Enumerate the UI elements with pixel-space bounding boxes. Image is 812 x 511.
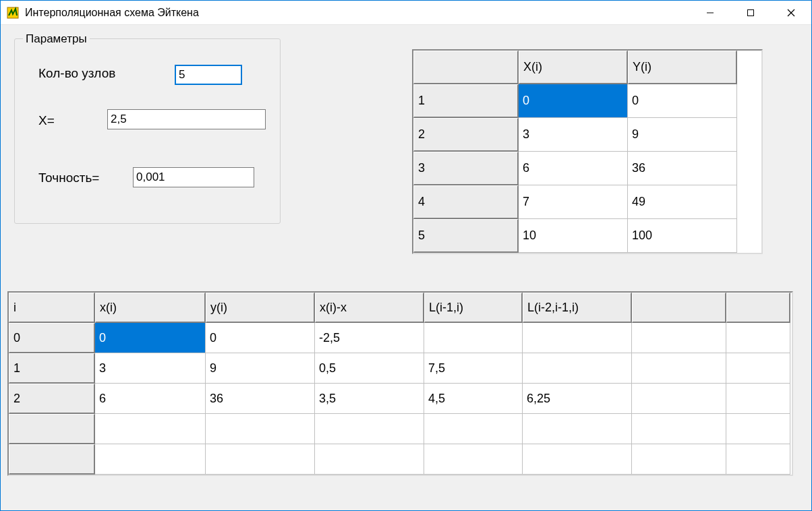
calc-grid-cell[interactable]: 36 (206, 384, 315, 414)
calc-grid-cell[interactable]: 0,5 (315, 353, 424, 384)
calc-grid-cell[interactable] (315, 444, 424, 475)
calc-grid-cell[interactable] (726, 414, 790, 444)
calc-grid-cell[interactable] (424, 444, 523, 475)
calc-grid-cell[interactable]: 9 (206, 353, 315, 384)
calc-grid-rowhead: 1 (9, 353, 95, 384)
params-title: Параметры (23, 32, 90, 46)
calc-grid-cell[interactable] (523, 444, 632, 475)
calc-grid-cell[interactable]: 7,5 (424, 353, 523, 384)
window-controls (690, 1, 811, 24)
nodes-grid-cell[interactable]: 49 (628, 185, 737, 219)
calc-grid-rowhead: 2 (9, 384, 95, 414)
calc-grid-cell[interactable] (726, 444, 790, 475)
nodes-grid-cell[interactable]: 10 (519, 219, 628, 253)
nodes-grid[interactable]: X(i) Y(i) 1 0 0 2 3 9 3 6 36 4 7 49 (412, 49, 763, 254)
calc-grid-cell[interactable]: 0 (206, 323, 315, 353)
calc-grid-cell[interactable] (523, 323, 632, 353)
nodes-grid-rowhead: 5 (413, 219, 519, 253)
calc-grid-header: L(i-2,i-1,i) (523, 293, 632, 323)
nodes-grid-cell[interactable]: 100 (628, 219, 737, 253)
calc-grid-cell[interactable] (632, 323, 726, 353)
calc-grid-rowhead: 0 (9, 323, 95, 353)
titlebar: Интерполяционная схема Эйткена (1, 1, 811, 25)
calc-grid-header: x(i) (95, 293, 206, 323)
calc-grid-cell[interactable]: 4,5 (424, 384, 523, 414)
nodes-grid-rowhead: 4 (413, 185, 519, 219)
x-input[interactable] (107, 109, 266, 129)
nodes-grid-header (413, 51, 519, 84)
calc-grid-cell[interactable] (726, 323, 790, 353)
calc-grid-cell[interactable] (523, 414, 632, 444)
calc-grid-header (726, 293, 790, 323)
calc-grid-cell[interactable] (632, 444, 726, 475)
calc-grid-cell[interactable]: -2,5 (315, 323, 424, 353)
calc-grid-cell[interactable]: 6,25 (523, 384, 632, 414)
calc-grid-header: x(i)-x (315, 293, 424, 323)
params-groupbox: Параметры Кол-во узлов X= Точность= (14, 38, 281, 224)
calc-grid-header: y(i) (206, 293, 315, 323)
precision-input[interactable] (133, 167, 254, 187)
nodes-label: Кол-во узлов (38, 66, 115, 81)
nodes-grid-cell[interactable]: 9 (628, 118, 737, 152)
svg-rect-2 (748, 10, 754, 16)
calc-grid-rowhead (9, 444, 95, 475)
nodes-input[interactable] (175, 65, 242, 85)
nodes-grid-cell[interactable]: 0 (519, 84, 628, 118)
calc-grid-cell[interactable] (726, 353, 790, 384)
calc-grid-cell[interactable] (632, 353, 726, 384)
calc-grid-cell[interactable] (95, 414, 206, 444)
calc-grid-cell[interactable]: 6 (95, 384, 206, 414)
calc-grid-cell[interactable] (424, 323, 523, 353)
nodes-grid-cell[interactable]: 6 (519, 152, 628, 185)
calc-grid-cell[interactable] (206, 414, 315, 444)
calc-grid-cell[interactable]: 3 (95, 353, 206, 384)
nodes-grid-header: Y(i) (628, 51, 737, 84)
x-label: X= (38, 113, 55, 128)
app-window: Интерполяционная схема Эйткена Параметры… (0, 0, 812, 511)
app-icon (5, 5, 21, 21)
client-area: Параметры Кол-во узлов X= Точность= X(i)… (1, 25, 811, 510)
calc-grid-cell[interactable] (95, 444, 206, 475)
calc-grid-cell[interactable] (424, 414, 523, 444)
nodes-grid-rowhead: 1 (413, 84, 519, 118)
calc-grid-cell[interactable] (315, 414, 424, 444)
calc-grid-header (632, 293, 726, 323)
calc-grid-cell[interactable]: 3,5 (315, 384, 424, 414)
calc-grid-cell[interactable]: 0 (95, 323, 206, 353)
precision-label: Точность= (38, 171, 99, 185)
nodes-grid-rowhead: 3 (413, 152, 519, 185)
calc-grid-header: L(i-1,i) (424, 293, 523, 323)
calc-grid-cell[interactable] (632, 384, 726, 414)
maximize-button[interactable] (730, 1, 771, 25)
nodes-grid-rowhead: 2 (413, 118, 519, 152)
calc-grid-cell[interactable] (726, 384, 790, 414)
calc-grid-cell[interactable] (206, 444, 315, 475)
nodes-grid-header: X(i) (519, 51, 628, 84)
nodes-grid-cell[interactable]: 7 (519, 185, 628, 219)
minimize-button[interactable] (690, 1, 730, 25)
nodes-grid-cell[interactable]: 0 (628, 84, 737, 118)
calc-grid-cell[interactable] (632, 414, 726, 444)
calc-grid-rowhead (9, 414, 95, 444)
close-button[interactable] (771, 1, 811, 25)
nodes-grid-cell[interactable]: 3 (519, 118, 628, 152)
nodes-grid-cell[interactable]: 36 (628, 152, 737, 185)
calc-grid-header: i (9, 293, 95, 323)
window-title: Интерполяционная схема Эйткена (25, 7, 690, 19)
calc-grid-cell[interactable] (523, 353, 632, 384)
calc-grid[interactable]: i x(i) y(i) x(i)-x L(i-1,i) L(i-2,i-1,i)… (7, 291, 793, 476)
